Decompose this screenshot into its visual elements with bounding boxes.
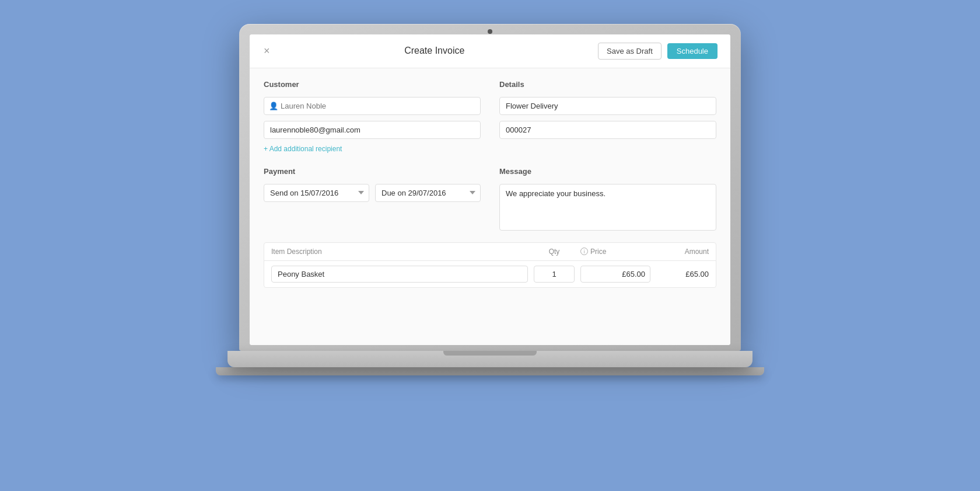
message-section: Message xyxy=(499,167,716,231)
message-section-label: Message xyxy=(499,167,716,176)
message-textarea[interactable] xyxy=(499,184,716,231)
payment-section: Payment Send on 15/07/2016 Due on 29/07/… xyxy=(264,167,481,231)
col-header-description: Item Description xyxy=(271,248,528,256)
schedule-button[interactable]: Schedule xyxy=(667,43,718,59)
items-section: Item Description Qty i Price Amount xyxy=(264,242,716,288)
table-row: £65.00 xyxy=(264,261,716,287)
close-button[interactable]: × xyxy=(262,44,271,57)
customer-section-label: Customer xyxy=(264,80,481,89)
due-on-select[interactable]: Due on 29/07/2016 xyxy=(375,184,481,202)
price-info-icon[interactable]: i xyxy=(580,248,588,255)
items-table-header: Item Description Qty i Price Amount xyxy=(264,243,716,261)
details-section-label: Details xyxy=(499,80,716,89)
invoice-number-input[interactable] xyxy=(499,121,716,139)
invoice-description-input[interactable] xyxy=(499,97,716,115)
invoice-header: × Create Invoice Save as Draft Schedule xyxy=(250,34,730,68)
laptop-wrapper: × Create Invoice Save as Draft Schedule … xyxy=(228,24,752,468)
laptop-screen: × Create Invoice Save as Draft Schedule … xyxy=(250,34,730,345)
save-draft-button[interactable]: Save as Draft xyxy=(598,43,662,60)
item-description-input[interactable] xyxy=(271,266,528,283)
person-icon: 👤 xyxy=(269,102,278,110)
header-left: × xyxy=(262,44,271,57)
customer-email-input[interactable] xyxy=(264,121,481,139)
customer-name-wrapper: 👤 xyxy=(264,97,481,115)
payment-section-label: Payment xyxy=(264,167,481,176)
payment-row: Send on 15/07/2016 Due on 29/07/2016 xyxy=(264,184,481,202)
details-section: Details xyxy=(499,80,716,153)
customer-name-input[interactable] xyxy=(264,97,481,115)
add-recipient-button[interactable]: + Add additional recipient xyxy=(264,145,481,153)
laptop-bezel: × Create Invoice Save as Draft Schedule … xyxy=(239,24,741,351)
col-header-price: i Price xyxy=(580,248,650,256)
send-on-select[interactable]: Send on 15/07/2016 xyxy=(264,184,369,202)
item-price-input[interactable] xyxy=(580,266,650,283)
item-qty-input[interactable] xyxy=(534,266,575,283)
invoice-container: × Create Invoice Save as Draft Schedule … xyxy=(250,34,730,345)
col-header-qty: Qty xyxy=(534,248,575,256)
form-grid: Customer 👤 + Add additional recipient De… xyxy=(264,80,716,231)
col-header-amount: Amount xyxy=(656,248,709,256)
header-actions: Save as Draft Schedule xyxy=(598,43,718,60)
laptop-bottom xyxy=(216,367,764,375)
laptop-base xyxy=(228,351,752,367)
invoice-title: Create Invoice xyxy=(271,46,598,56)
customer-section: Customer 👤 + Add additional recipient xyxy=(264,80,481,153)
invoice-body: Customer 👤 + Add additional recipient De… xyxy=(250,68,730,345)
laptop-camera xyxy=(488,29,492,34)
item-amount: £65.00 xyxy=(656,270,709,278)
